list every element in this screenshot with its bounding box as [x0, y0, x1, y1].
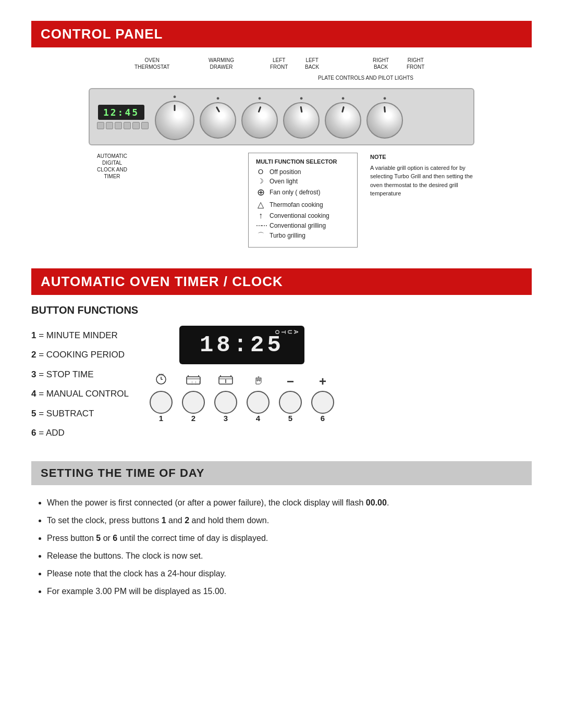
- auto-digital-label: AUTOMATICDIGITALCLOCK ANDTIMER: [89, 153, 136, 248]
- warming-drawer-knob[interactable]: [200, 102, 236, 139]
- mf-item-light: ☽ Oven light: [256, 177, 350, 185]
- mf-sym-off: O: [256, 168, 265, 176]
- mf-item-conventional: ↑ Conventional cooking: [256, 211, 350, 220]
- btn-5-item: 5 = SUBTRACT: [31, 404, 129, 423]
- svg-text:⋮⋮⋮⋮: ⋮⋮⋮⋮: [190, 381, 202, 385]
- clock-section: 12:45: [97, 105, 149, 129]
- control-panel-section: CONTROL PANEL OVENTHERMOSTAT WARMINGDRAW…: [31, 21, 532, 248]
- oven-panel: 12:45 ●: [89, 88, 474, 145]
- mf-sym-conventional: ↑: [256, 211, 265, 220]
- mf-sym-grilling: ⋯⋯: [256, 222, 265, 229]
- oven-function-knob[interactable]: [155, 101, 194, 140]
- btn-1-item: 1 = MINUTE MINDER: [31, 326, 129, 345]
- btn-icon-6: +: [311, 375, 334, 388]
- bold-6: 6: [113, 534, 117, 542]
- right-back-knob[interactable]: [325, 102, 361, 139]
- mf-label-conventional: Conventional cooking: [270, 212, 329, 219]
- button-functions-title: BUTTON FUNCTIONS: [31, 304, 532, 316]
- btn-4-num: 4: [31, 389, 36, 399]
- clock-display: 12:45: [98, 105, 144, 120]
- note-text: A variable grill option is catered for b…: [370, 164, 474, 198]
- btn-1-num: 1: [31, 330, 36, 340]
- bold-5: 5: [96, 534, 101, 542]
- timer-btn-6[interactable]: [141, 122, 149, 129]
- btn-circle-6[interactable]: [311, 391, 334, 414]
- mf-label-turbo: Turbo grilling: [270, 232, 305, 239]
- mf-sym-thermofan: △: [256, 200, 265, 209]
- btn-num-1: 1: [150, 414, 173, 423]
- label-warming-drawer: WARMINGDRAWER: [209, 57, 234, 70]
- note-box: NOTE A variable grill option is catered …: [370, 153, 474, 248]
- btn-6-num: 6: [31, 428, 36, 438]
- timer-btn-2[interactable]: [106, 122, 113, 129]
- mf-label-grilling: Conventional grilling: [270, 222, 326, 229]
- bullet-6: For example 3.00 PM will be displayed as…: [47, 583, 532, 600]
- mf-label-fan: Fan only ( defrost): [270, 189, 320, 196]
- diagram-top-labels: OVENTHERMOSTAT WARMINGDRAWER LEFTFRONT L…: [89, 57, 474, 88]
- timer-btn-5[interactable]: [132, 122, 140, 129]
- warming-drawer-knob-group: ●: [198, 95, 238, 139]
- control-panel-header: CONTROL PANEL: [31, 21, 532, 47]
- oven-function-knob-group: ●: [153, 93, 197, 140]
- note-title: NOTE: [370, 153, 474, 162]
- left-front-knob-group: ●: [239, 95, 280, 139]
- auto-tag: AUTO: [274, 330, 299, 335]
- btn-icon-4: [247, 373, 270, 390]
- btn-icon-1: [150, 373, 173, 390]
- mf-item-turbo: ⌒ Turbo grilling: [256, 231, 350, 240]
- btn-number-row: 1 2 3 4 5 6: [150, 414, 334, 423]
- label-oven-thermostat: OVENTHERMOSTAT: [134, 57, 169, 70]
- oven-panel-container: 12:45 ●: [31, 88, 532, 145]
- below-diagram: AUTOMATICDIGITALCLOCK ANDTIMER MULTI FUN…: [89, 153, 474, 248]
- btn-circle-5[interactable]: [279, 391, 302, 414]
- bold-2: 2: [185, 516, 189, 525]
- mf-sym-turbo: ⌒: [256, 231, 265, 240]
- mf-item-fan: ⊕ Fan only ( defrost): [256, 187, 350, 198]
- timer-btn-4[interactable]: [124, 122, 131, 129]
- setting-time-header: SETTING THE TIME OF DAY: [31, 461, 532, 485]
- mf-item-grilling: ⋯⋯ Conventional grilling: [256, 222, 350, 229]
- knobs-section: ● ● ●: [153, 93, 466, 140]
- btn-3-item: 3 = STOP TIME: [31, 365, 129, 384]
- bold-0000: 00.00: [366, 498, 387, 507]
- left-front-knob[interactable]: [241, 102, 278, 139]
- btn-controls-group: ⋮⋮⋮⋮: [150, 373, 334, 423]
- btn-num-6: 6: [311, 414, 334, 423]
- setting-time-bullets: When the power is first connected (or af…: [31, 495, 532, 600]
- label-plate-controls: PLATE CONTROLS AND PILOT LIGHTS: [318, 75, 413, 81]
- label-left-front: LEFTFRONT: [270, 57, 288, 70]
- btn-5-num: 5: [31, 409, 36, 418]
- btn-icon-2: ⋮⋮⋮⋮: [182, 373, 205, 390]
- btn-3-num: 3: [31, 369, 36, 379]
- multi-function-title: MULTI FUNCTION SELECTOR: [256, 158, 350, 165]
- timer-right: 18:25 AUTO: [150, 326, 334, 423]
- right-front-knob[interactable]: [366, 102, 403, 139]
- timer-btn-1[interactable]: [97, 122, 104, 129]
- timer-clock-header: AUTOMATIC OVEN TIMER / CLOCK: [31, 268, 532, 295]
- btn-circle-1[interactable]: [150, 391, 173, 414]
- btn-num-2: 2: [182, 414, 205, 423]
- mf-sym-light: ☽: [256, 177, 265, 185]
- timer-btn-3[interactable]: [115, 122, 122, 129]
- mf-label-off: Off position: [270, 168, 301, 176]
- label-right-back: RIGHTBACK: [373, 57, 389, 70]
- mf-label-light: Oven light: [270, 178, 298, 185]
- mf-label-thermofan: Thermofan cooking: [270, 201, 323, 208]
- mf-item-off: O Off position: [256, 168, 350, 176]
- timer-layout: 1 = MINUTE MINDER 2 = COOKING PERIOD 3 =…: [31, 326, 532, 442]
- mf-sym-fan: ⊕: [256, 187, 265, 198]
- display-time: 18:25: [200, 332, 284, 358]
- btn-circle-4[interactable]: [247, 391, 270, 414]
- left-back-knob[interactable]: [283, 102, 320, 139]
- label-left-back: LEFTBACK: [305, 57, 319, 70]
- digital-display: 18:25 AUTO: [179, 326, 304, 364]
- mf-item-thermofan: △ Thermofan cooking: [256, 200, 350, 209]
- multi-function-box: MULTI FUNCTION SELECTOR O Off position ☽…: [248, 153, 358, 248]
- btn-circle-2[interactable]: [182, 391, 205, 414]
- btn-icon-5: −: [279, 375, 302, 388]
- bullet-3: Press button 5 or 6 until the correct ti…: [47, 530, 532, 547]
- bullet-1: When the power is first connected (or af…: [47, 495, 532, 511]
- btn-6-item: 6 = ADD: [31, 423, 129, 442]
- btn-circle-3[interactable]: [214, 391, 237, 414]
- btn-circle-row: [150, 391, 334, 414]
